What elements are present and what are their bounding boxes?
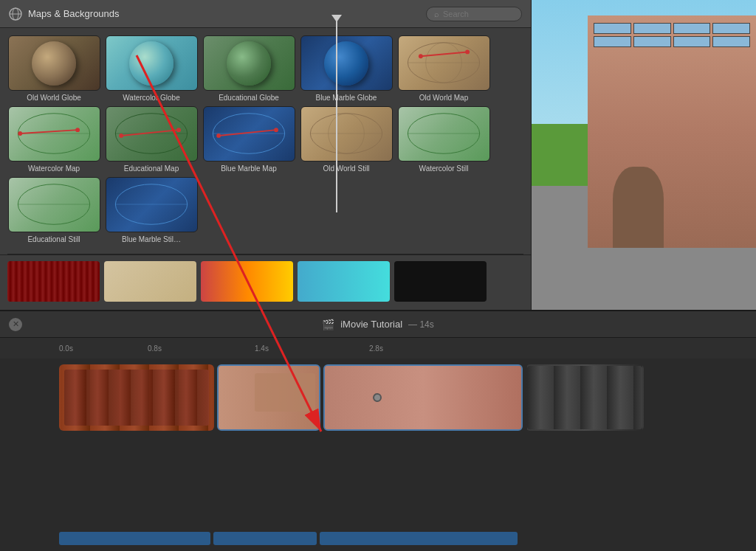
timeline-header: ✕ 🎬 iMovie Tutorial — 14s bbox=[0, 311, 756, 338]
thumb-label-old-world-globe: Old World Globe bbox=[27, 94, 81, 102]
film-icon: 🎬 bbox=[322, 319, 334, 330]
svg-point-8 bbox=[465, 49, 470, 54]
thumbnail-blue-marble-still[interactable]: Blue Marble Stil… bbox=[105, 177, 198, 243]
clip-building-1[interactable] bbox=[217, 364, 320, 431]
bg-gradient-warm[interactable] bbox=[201, 261, 293, 302]
bg-black[interactable] bbox=[394, 261, 487, 302]
clips-area bbox=[0, 358, 756, 551]
playhead[interactable] bbox=[336, 21, 337, 212]
ruler-marks: 0.0s 0.8s 1.4s 2.8s bbox=[59, 344, 697, 353]
svg-point-13 bbox=[75, 128, 80, 132]
svg-line-22 bbox=[219, 130, 276, 136]
timeline-duration: — 14s bbox=[408, 319, 434, 330]
ruler-mark-1: 0.8s bbox=[148, 344, 255, 353]
browser-header: Maps & Backgrounds ⌕ bbox=[0, 0, 531, 28]
thumbnail-blue-marble-globe[interactable]: Blue Marble Globe bbox=[300, 35, 393, 102]
thumbnail-watercolor-still[interactable]: Watercolor Still bbox=[397, 106, 490, 173]
thumb-label-educational-globe: Educational Globe bbox=[219, 94, 279, 102]
thumb-label-old-world-map: Old World Map bbox=[419, 94, 469, 102]
globe-icon bbox=[9, 7, 22, 21]
clip-mugs[interactable] bbox=[59, 364, 214, 431]
thumb-label-watercolor-still: Watercolor Still bbox=[419, 164, 469, 173]
thumb-label-blue-marble-map: Blue Marble Map bbox=[221, 164, 277, 173]
backgrounds-row bbox=[0, 254, 531, 310]
thumb-label-educational-still: Educational Still bbox=[27, 235, 80, 243]
thumbnail-old-world-still[interactable]: Old World Still bbox=[300, 106, 393, 173]
timeline-ruler: 0.0s 0.8s 1.4s 2.8s bbox=[0, 338, 756, 358]
clip-machines[interactable] bbox=[526, 364, 644, 431]
browser-title-group: Maps & Backgrounds bbox=[9, 7, 120, 21]
clip-audio-1 bbox=[59, 532, 210, 545]
thumb-label-educational-map: Educational Map bbox=[124, 164, 179, 173]
close-button[interactable]: ✕ bbox=[9, 318, 22, 331]
playhead-top bbox=[331, 15, 342, 22]
timeline-title-group: 🎬 iMovie Tutorial — 14s bbox=[322, 319, 434, 330]
clip-audio-3 bbox=[320, 532, 518, 545]
thumbnail-educational-still[interactable]: Educational Still bbox=[7, 177, 100, 243]
ruler-mark-0: 0.0s bbox=[59, 344, 148, 353]
ruler-mark-3: 2.8s bbox=[369, 344, 443, 353]
thumbnail-old-world-map[interactable]: Old World Map bbox=[397, 35, 490, 102]
thumb-row-2: Watercolor Map Educational Map bbox=[7, 106, 523, 173]
svg-line-12 bbox=[20, 130, 78, 134]
search-box[interactable]: ⌕ bbox=[426, 7, 522, 21]
thumb-row-1: Old World Globe Watercolor Globe Educati… bbox=[7, 35, 523, 102]
bg-parchment[interactable] bbox=[104, 261, 196, 302]
thumb-row-3: Educational Still Blue Marble Stil… bbox=[7, 177, 523, 243]
thumb-label-old-world-still: Old World Still bbox=[323, 164, 369, 173]
thumbnail-watercolor-globe[interactable]: Watercolor Globe bbox=[105, 35, 198, 102]
ruler-mark-2: 1.4s bbox=[255, 344, 369, 353]
thumb-label-blue-marble-still: Blue Marble Stil… bbox=[122, 235, 181, 243]
browser-title: Maps & Backgrounds bbox=[28, 8, 120, 19]
thumb-label-watercolor-map: Watercolor Map bbox=[28, 164, 80, 173]
timeline-section: ✕ 🎬 iMovie Tutorial — 14s 0.0s 0.8s 1.4s… bbox=[0, 310, 756, 551]
timeline-title: iMovie Tutorial bbox=[340, 319, 402, 330]
clip-building-2[interactable] bbox=[323, 364, 523, 431]
thumbnail-blue-marble-map[interactable]: Blue Marble Map bbox=[202, 106, 295, 173]
thumbnails-area: Old World Globe Watercolor Globe Educati… bbox=[0, 28, 531, 254]
search-icon: ⌕ bbox=[434, 10, 439, 18]
thumb-label-blue-marble-globe: Blue Marble Globe bbox=[316, 94, 377, 102]
thumbnail-watercolor-map[interactable]: Watercolor Map bbox=[7, 106, 100, 173]
clip-audio-2 bbox=[213, 532, 317, 545]
thumb-label-watercolor-globe: Watercolor Globe bbox=[123, 94, 179, 102]
search-input[interactable] bbox=[443, 10, 509, 18]
thumbnail-educational-map[interactable]: Educational Map bbox=[105, 106, 198, 173]
preview-image bbox=[532, 0, 756, 310]
svg-line-17 bbox=[121, 130, 179, 136]
bg-red-curtain[interactable] bbox=[7, 261, 100, 302]
maps-browser: Maps & Backgrounds ⌕ Old World Globe bbox=[0, 0, 532, 310]
thumbnail-educational-globe[interactable]: Educational Globe bbox=[202, 35, 295, 102]
svg-point-18 bbox=[176, 128, 181, 132]
thumbnail-old-world-globe[interactable]: Old World Globe bbox=[7, 35, 100, 102]
preview-panel bbox=[532, 0, 756, 310]
bg-gradient-cyan[interactable] bbox=[298, 261, 390, 302]
svg-point-23 bbox=[274, 128, 278, 132]
